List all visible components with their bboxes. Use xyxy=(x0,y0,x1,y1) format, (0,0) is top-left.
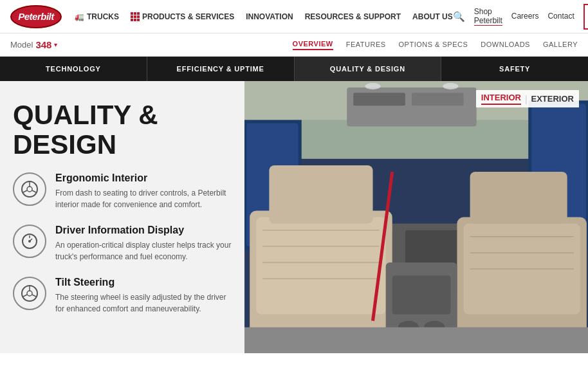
logo[interactable]: Peterbilt xyxy=(10,5,62,28)
shop-link[interactable]: Shop Peterbilt xyxy=(474,7,502,26)
nav-about[interactable]: ABOUT US xyxy=(412,12,453,21)
right-panel: INTERIOR | EXTERIOR xyxy=(244,81,588,353)
model-nav-downloads[interactable]: DOWNLOADS xyxy=(481,41,530,50)
tilt-steering-content: Tilt Steering The steering wheel is easi… xyxy=(55,277,232,315)
svg-point-19 xyxy=(365,83,380,89)
steering-wheel-icon-2 xyxy=(13,277,46,310)
driver-info-title: Driver Information Display xyxy=(55,225,232,236)
svg-point-10 xyxy=(27,291,32,296)
section-nav-efficiency[interactable]: EFFICIENCY & UPTIME xyxy=(147,57,295,81)
model-selector[interactable]: Model 348 ▾ xyxy=(10,39,57,50)
svg-rect-17 xyxy=(353,93,405,106)
section-nav-safety[interactable]: SAFETY xyxy=(441,57,588,81)
contact-link[interactable]: Contact xyxy=(547,12,574,21)
model-nav-overview[interactable]: OVERVIEW xyxy=(293,40,333,50)
driver-info-content: Driver Information Display An operation-… xyxy=(55,225,232,262)
ergonomic-title: Ergonomic Interior xyxy=(55,172,232,184)
right-nav: 🔍 Shop Peterbilt Careers Contact FIND A … xyxy=(453,4,588,30)
safety-label: SAFETY xyxy=(499,65,530,73)
find-dealer-button[interactable]: FIND A DEALER xyxy=(583,4,588,30)
model-nav-options-specs[interactable]: OPTIONS & SPECS xyxy=(399,41,468,50)
main-content: QUALITY & DESIGN Ergonomic Interior xyxy=(0,81,588,353)
chevron-down-icon: ▾ xyxy=(54,41,57,48)
left-panel: QUALITY & DESIGN Ergonomic Interior xyxy=(0,81,244,353)
model-navigation: OVERVIEW FEATURES OPTIONS & SPECS DOWNLO… xyxy=(293,40,578,50)
svg-rect-53 xyxy=(244,327,588,353)
feature-tilt-steering: Tilt Steering The steering wheel is easi… xyxy=(13,277,232,315)
driver-info-desc: An operation-critical display cluster he… xyxy=(55,239,232,262)
svg-line-4 xyxy=(32,190,36,192)
feature-driver-info: Driver Information Display An operation-… xyxy=(13,225,232,262)
feature-ergonomic: Ergonomic Interior From dash to seating … xyxy=(13,172,232,210)
svg-rect-48 xyxy=(470,172,567,224)
features-list: Ergonomic Interior From dash to seating … xyxy=(0,172,244,315)
model-bar: Model 348 ▾ OVERVIEW FEATURES OPTIONS & … xyxy=(0,33,588,57)
svg-point-8 xyxy=(28,240,31,243)
interior-toggle-button[interactable]: INTERIOR xyxy=(481,93,521,105)
svg-rect-36 xyxy=(256,217,385,315)
tilt-steering-title: Tilt Steering xyxy=(55,277,232,288)
search-icon[interactable]: 🔍 xyxy=(453,11,465,23)
grid-icon xyxy=(131,12,140,21)
toggle-divider: | xyxy=(525,94,528,104)
section-navigation: TECHNOLOGY EFFICIENCY & UPTIME QUALITY &… xyxy=(0,57,588,81)
view-toggle: INTERIOR | EXTERIOR xyxy=(476,90,579,107)
section-nav-technology[interactable]: TECHNOLOGY xyxy=(0,57,147,81)
ergonomic-desc: From dash to seating to driver controls,… xyxy=(55,187,232,210)
nav-trucks-label: TRUCKS xyxy=(87,12,119,21)
svg-point-1 xyxy=(27,187,32,192)
ergonomic-content: Ergonomic Interior From dash to seating … xyxy=(55,172,232,210)
page-title-line2: DESIGN xyxy=(13,129,116,160)
exterior-toggle-button[interactable]: EXTERIOR xyxy=(531,94,574,104)
efficiency-label: EFFICIENCY & UPTIME xyxy=(177,65,264,73)
model-label: Model xyxy=(10,40,33,50)
interior-image xyxy=(244,81,588,353)
brand-name: Peterbilt xyxy=(18,11,54,22)
svg-rect-18 xyxy=(412,93,464,106)
nav-resources-label: RESOURCES & SUPPORT xyxy=(305,12,401,21)
steering-wheel-icon xyxy=(13,172,46,206)
model-nav-gallery[interactable]: GALLERY xyxy=(543,41,578,50)
truck-icon: 🚛 xyxy=(75,12,84,21)
tilt-steering-desc: The steering wheel is easily adjusted by… xyxy=(55,291,232,315)
svg-line-12 xyxy=(23,295,27,297)
nav-trucks[interactable]: 🚛 TRUCKS xyxy=(75,12,119,21)
gauge-icon xyxy=(13,225,46,258)
section-nav-quality[interactable]: QUALITY & DESIGN xyxy=(295,57,442,81)
nav-innovation[interactable]: INNOVATION xyxy=(246,12,293,21)
nav-about-label: ABOUT US xyxy=(412,12,453,21)
main-nav: 🚛 TRUCKS PRODUCTS & SERVICES INNOVATION … xyxy=(75,12,453,21)
technology-label: TECHNOLOGY xyxy=(46,65,101,73)
svg-line-3 xyxy=(23,190,27,192)
svg-point-20 xyxy=(443,83,458,89)
page-title: QUALITY & DESIGN xyxy=(0,94,244,172)
svg-rect-41 xyxy=(269,165,372,224)
page-title-line1: QUALITY & xyxy=(13,100,158,130)
top-navigation: Peterbilt 🚛 TRUCKS PRODUCTS & SERVICES I… xyxy=(0,0,588,33)
nav-products-services[interactable]: PRODUCTS & SERVICES xyxy=(131,12,234,21)
svg-rect-50 xyxy=(392,275,451,314)
nav-products-label: PRODUCTS & SERVICES xyxy=(142,12,234,21)
model-number: 348 xyxy=(35,39,51,50)
careers-link[interactable]: Careers xyxy=(511,12,539,21)
nav-resources[interactable]: RESOURCES & SUPPORT xyxy=(305,12,401,21)
svg-line-13 xyxy=(32,295,36,297)
quality-label: QUALITY & DESIGN xyxy=(330,65,405,73)
nav-innovation-label: INNOVATION xyxy=(246,12,293,21)
model-nav-features[interactable]: FEATURES xyxy=(346,41,386,50)
